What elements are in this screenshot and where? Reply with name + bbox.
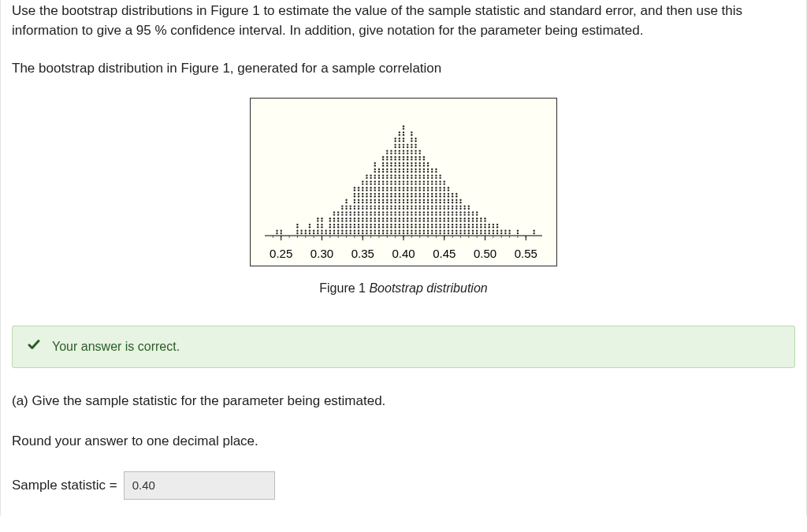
svg-point-590 [423, 171, 425, 173]
svg-point-780 [472, 226, 474, 228]
svg-point-812 [493, 226, 494, 228]
svg-point-399 [399, 162, 400, 164]
svg-point-212 [370, 183, 371, 184]
svg-point-571 [423, 230, 425, 232]
svg-point-650 [435, 208, 437, 210]
svg-point-704 [448, 226, 449, 228]
svg-point-304 [386, 183, 388, 184]
svg-point-438 [403, 147, 404, 148]
svg-point-593 [423, 162, 425, 164]
svg-point-686 [444, 226, 445, 228]
svg-point-274 [382, 195, 384, 197]
svg-point-185 [366, 205, 367, 206]
svg-point-282 [382, 171, 384, 173]
svg-point-820 [504, 233, 506, 234]
svg-point-361 [394, 180, 396, 182]
svg-point-430 [403, 171, 404, 173]
svg-point-222 [374, 214, 376, 215]
svg-point-272 [382, 202, 384, 203]
svg-point-500 [411, 158, 412, 160]
svg-point-269 [382, 211, 384, 213]
svg-point-646 [435, 220, 437, 221]
svg-point-395 [399, 174, 400, 176]
svg-point-258 [378, 177, 380, 179]
svg-point-415 [403, 218, 404, 219]
svg-point-409 [399, 132, 400, 133]
svg-point-488 [411, 195, 412, 197]
svg-point-756 [459, 202, 461, 203]
svg-point-394 [399, 177, 400, 179]
svg-point-291 [386, 224, 388, 225]
svg-point-141 [354, 187, 355, 188]
svg-point-275 [382, 193, 384, 195]
svg-point-561 [419, 174, 421, 176]
svg-point-145 [358, 224, 359, 225]
svg-point-610 [427, 189, 429, 191]
svg-point-779 [472, 230, 474, 232]
svg-point-627 [431, 211, 433, 213]
svg-point-520 [415, 202, 416, 203]
svg-point-114 [345, 202, 347, 203]
svg-point-800 [484, 233, 485, 234]
svg-point-617 [427, 169, 429, 170]
svg-point-770 [468, 226, 470, 228]
svg-point-229 [374, 193, 376, 195]
svg-point-349 [394, 218, 396, 219]
svg-point-487 [411, 199, 412, 201]
svg-point-57 [313, 230, 314, 232]
svg-point-426 [403, 183, 404, 184]
svg-point-533 [415, 162, 416, 164]
svg-point-680 [439, 183, 441, 184]
svg-point-652 [435, 202, 437, 203]
svg-point-256 [378, 183, 380, 184]
svg-point-195 [366, 174, 367, 176]
svg-point-701 [444, 180, 445, 182]
svg-point-84 [333, 214, 335, 215]
sample-statistic-input[interactable]: 0.40 [124, 471, 275, 500]
svg-point-536 [415, 152, 416, 154]
svg-point-596 [427, 233, 429, 234]
svg-point-422 [403, 195, 404, 197]
svg-point-425 [403, 187, 404, 188]
svg-point-121 [350, 218, 351, 219]
svg-point-351 [394, 211, 396, 213]
svg-point-567 [419, 156, 421, 158]
svg-point-221 [374, 218, 376, 219]
svg-point-241 [378, 230, 380, 232]
svg-point-793 [476, 211, 478, 213]
svg-point-803 [484, 224, 485, 225]
svg-point-663 [435, 169, 437, 170]
svg-point-388 [399, 195, 400, 197]
svg-point-649 [435, 211, 437, 213]
svg-point-543 [419, 230, 421, 232]
svg-point-369 [394, 156, 396, 158]
svg-point-286 [382, 158, 384, 160]
svg-point-461 [407, 187, 408, 188]
dotplot: 0.250.300.350.400.450.500.55 [250, 98, 557, 266]
svg-point-705 [448, 224, 449, 225]
svg-point-671 [439, 211, 441, 213]
svg-point-345 [394, 230, 396, 232]
svg-point-457 [407, 199, 408, 201]
svg-point-759 [463, 230, 465, 232]
svg-point-87 [337, 230, 339, 232]
svg-point-140 [354, 189, 355, 191]
svg-point-722 [452, 220, 453, 221]
svg-point-604 [427, 208, 429, 210]
svg-point-585 [423, 187, 425, 188]
x-tick-label: 0.25 [270, 245, 292, 262]
svg-point-601 [427, 218, 429, 219]
svg-point-699 [444, 187, 445, 188]
svg-point-440 [403, 140, 404, 142]
svg-point-310 [386, 165, 388, 166]
svg-point-583 [423, 193, 425, 195]
svg-point-746 [459, 233, 461, 234]
svg-point-611 [427, 187, 429, 188]
svg-point-266 [382, 220, 384, 221]
svg-point-810 [493, 233, 494, 234]
svg-point-660 [435, 177, 437, 179]
svg-point-595 [423, 156, 425, 158]
svg-point-716 [448, 189, 449, 191]
svg-point-69 [321, 218, 322, 219]
svg-point-672 [439, 208, 441, 210]
